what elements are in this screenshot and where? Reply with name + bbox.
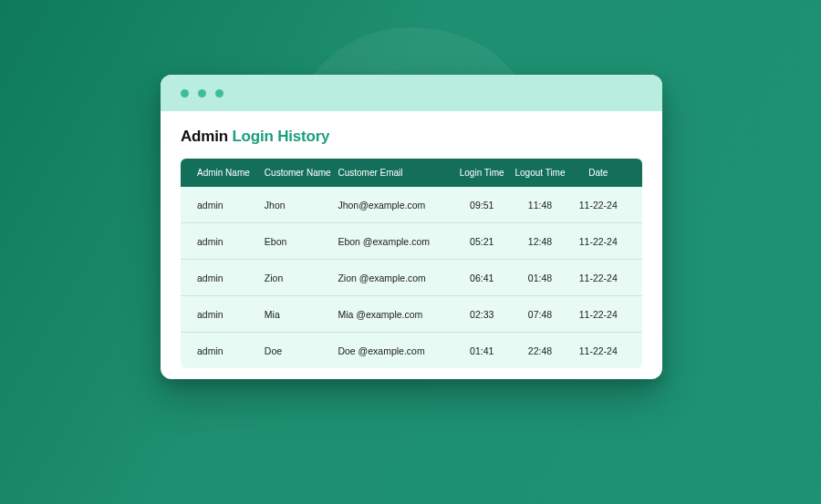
cell-email: Ebon @example.com (338, 236, 454, 247)
cell-email: Mia @example.com (338, 309, 454, 320)
login-history-table: Admin Name Customer Name Customer Email … (181, 159, 642, 368)
table-row: admin Jhon Jhon@example.com 09:51 11:48 … (181, 187, 642, 223)
cell-admin: admin (197, 309, 265, 320)
cell-login: 06:41 (454, 273, 509, 283)
col-header-customer: Customer Name (265, 168, 338, 178)
cell-admin: admin (197, 200, 265, 211)
table-row: admin Ebon Ebon @example.com 05:21 12:48… (181, 223, 642, 260)
cell-email: Zion @example.com (338, 273, 454, 283)
cell-customer: Ebon (265, 236, 338, 247)
cell-admin: admin (197, 236, 265, 247)
app-window: Admin Login History Admin Name Customer … (161, 75, 662, 379)
table-row: admin Doe Doe @example.com 01:41 22:48 1… (181, 333, 642, 368)
window-dot-2[interactable] (198, 89, 206, 98)
cell-logout: 01:48 (509, 273, 570, 283)
cell-admin: admin (197, 345, 265, 356)
cell-logout: 07:48 (509, 309, 570, 320)
col-header-admin: Admin Name (197, 168, 265, 178)
window-titlebar (161, 75, 662, 111)
cell-admin: admin (197, 273, 265, 283)
cell-customer: Jhon (265, 200, 338, 211)
cell-date: 11-22-24 (571, 309, 626, 320)
content-area: Admin Login History Admin Name Customer … (161, 111, 662, 379)
page-title-accent: Login History (232, 128, 329, 145)
table-row: admin Mia Mia @example.com 02:33 07:48 1… (181, 296, 642, 333)
cell-login: 01:41 (454, 345, 509, 356)
cell-date: 11-22-24 (571, 273, 626, 283)
table-header-row: Admin Name Customer Name Customer Email … (181, 159, 642, 187)
cell-date: 11-22-24 (571, 200, 626, 211)
cell-date: 11-22-24 (571, 345, 626, 356)
page-title: Admin Login History (181, 128, 642, 146)
cell-customer: Zion (265, 273, 338, 283)
col-header-login: Login Time (454, 168, 509, 178)
col-header-date: Date (571, 168, 626, 178)
cell-logout: 11:48 (509, 200, 570, 211)
cell-customer: Mia (265, 309, 338, 320)
cell-logout: 12:48 (509, 236, 570, 247)
cell-email: Doe @example.com (338, 345, 454, 356)
cell-login: 09:51 (454, 200, 509, 211)
cell-login: 02:33 (454, 309, 509, 320)
cell-customer: Doe (265, 345, 338, 356)
col-header-email: Customer Email (338, 168, 454, 178)
cell-logout: 22:48 (509, 345, 570, 356)
cell-date: 11-22-24 (571, 236, 626, 247)
cell-email: Jhon@example.com (338, 200, 454, 211)
col-header-logout: Logout Time (509, 168, 570, 178)
window-dot-3[interactable] (215, 89, 223, 98)
table-row: admin Zion Zion @example.com 06:41 01:48… (181, 260, 642, 296)
page-title-main: Admin (181, 128, 228, 145)
window-dot-1[interactable] (181, 89, 189, 98)
cell-login: 05:21 (454, 236, 509, 247)
